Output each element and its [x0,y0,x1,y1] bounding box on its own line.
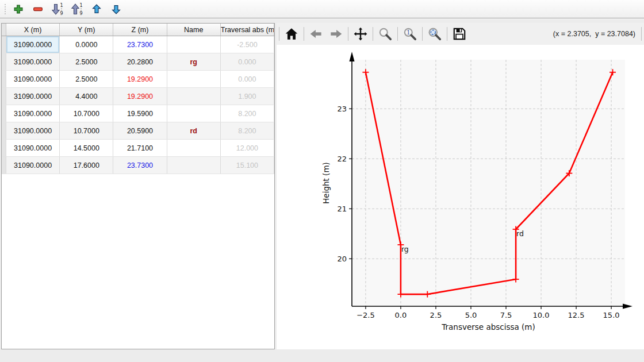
plot-panel: 1 (x = 2.370 [277,23,644,349]
cell-name[interactable] [167,36,220,53]
cell-z[interactable]: 19.2900 [113,88,167,105]
save-button[interactable] [451,25,468,43]
y-axis-arrow [350,52,355,61]
cell-name[interactable] [167,88,220,105]
cell-traversal[interactable]: -2.500 [220,36,274,53]
row-handle[interactable] [2,140,6,157]
arrow-up-icon [90,3,103,16]
corner-header [2,24,6,36]
table-row: 31090.000017.600023.730015.100 [2,157,274,174]
row-handle[interactable] [2,157,6,174]
zoom-icon [378,26,393,41]
toolbar-grip-handle[interactable] [2,2,9,16]
table-row: 31090.000010.700020.5900rd8.200 [2,122,274,140]
cross-section-chart[interactable]: −2.50.02.55.07.510.012.515.020212223Tran… [277,45,644,349]
row-handle[interactable] [2,36,6,53]
sort-arrow-down-icon: 1 9 [51,2,64,16]
cell-name[interactable]: rg [167,53,220,71]
plot-toolbar: 1 (x = 2.370 [277,23,644,45]
y-tick-label: 21 [337,205,347,213]
column-header-z[interactable]: Z (m) [113,24,167,36]
toolbar-separator [304,27,304,41]
zoom-original-button[interactable]: 1 [401,25,419,43]
column-header-traversal[interactable]: Traversal abs (m) [220,24,274,36]
table-row: 31090.000014.500021.710012.000 [2,140,274,157]
cell-name[interactable] [167,105,220,122]
add-row-button[interactable] [11,2,26,17]
next-view-button[interactable] [327,25,344,43]
figure-area: −2.50.02.55.07.510.012.515.020212223Tran… [277,45,644,349]
cell-y[interactable]: 2.5000 [60,53,113,71]
cell-y[interactable]: 0.0000 [60,36,113,53]
minus-icon [32,3,44,16]
cell-y[interactable]: 10.7000 [60,105,113,122]
column-header-y[interactable]: Y (m) [60,24,113,36]
cell-traversal[interactable]: 0.000 [220,71,274,88]
sort-ascending-button[interactable]: 1 9 [70,2,85,17]
x-tick-label: 2.5 [430,311,442,319]
cell-z[interactable]: 19.2900 [113,71,167,88]
toolbar-separator [397,27,398,41]
cell-name[interactable] [167,157,220,174]
zoom-one-icon: 1 [402,26,417,41]
points-table: X (m) Y (m) Z (m) Name Traversal abs (m)… [2,24,274,174]
cell-y[interactable]: 14.5000 [60,140,113,157]
cell-x[interactable]: 31090.0000 [6,105,60,122]
cell-z[interactable]: 23.7300 [113,36,167,53]
cell-traversal[interactable]: 1.900 [220,88,274,105]
cell-y[interactable]: 17.6000 [60,157,113,174]
cell-x[interactable]: 31090.0000 [6,157,60,174]
cell-traversal[interactable]: 12.000 [220,140,274,157]
pan-icon [353,26,368,41]
y-tick-label: 22 [337,155,347,163]
cell-x[interactable]: 31090.0000 [6,140,60,157]
delete-row-button[interactable] [30,2,45,17]
cell-name[interactable] [167,71,220,88]
cell-traversal[interactable]: 0.000 [220,53,274,71]
arrow-down-icon [110,3,122,16]
cell-traversal[interactable]: 8.200 [220,105,274,122]
cell-x[interactable]: 31090.0000 [6,122,60,140]
cell-x[interactable]: 31090.0000 [6,36,60,53]
cell-z[interactable]: 20.5900 [113,122,167,140]
row-handle[interactable] [2,71,6,88]
home-button[interactable] [283,25,300,43]
previous-view-button[interactable] [308,25,325,43]
pan-button[interactable] [352,25,369,43]
cell-z[interactable]: 20.2800 [113,53,167,71]
toolbar-separator [641,27,642,41]
cursor-coordinates-readout: (x = 2.3705, y = 23.7084) [553,30,639,38]
column-header-x[interactable]: X (m) [6,24,60,36]
cell-z[interactable]: 23.7300 [113,157,167,174]
cell-name[interactable] [167,140,220,157]
cell-x[interactable]: 31090.0000 [6,88,60,105]
row-handle[interactable] [2,88,6,105]
svg-text:9: 9 [60,11,63,16]
move-row-down-button[interactable] [109,2,124,17]
axes-background [352,60,625,306]
cell-traversal[interactable]: 15.100 [220,157,274,174]
cell-traversal[interactable]: 8.200 [220,122,274,140]
x-tick-label: 7.5 [500,311,512,319]
zoom-auto-button[interactable] [426,25,443,43]
svg-text:1: 1 [407,29,411,36]
zoom-button[interactable] [377,25,394,43]
cell-y[interactable]: 4.4000 [60,88,113,105]
toolbar-separator [422,27,423,41]
row-handle[interactable] [2,105,6,122]
cell-y[interactable]: 10.7000 [60,122,113,140]
column-header-name[interactable]: Name [167,24,220,36]
sort-descending-button[interactable]: 1 9 [50,2,65,17]
cell-z[interactable]: 21.7100 [113,140,167,157]
back-arrow-icon [309,26,324,41]
point-label: rd [516,229,524,238]
cell-x[interactable]: 31090.0000 [6,71,60,88]
row-handle[interactable] [2,53,6,71]
cell-name[interactable]: rd [167,122,220,140]
move-row-up-button[interactable] [89,2,104,17]
row-handle[interactable] [2,122,6,140]
cell-y[interactable]: 2.5000 [60,71,113,88]
cell-z[interactable]: 19.5900 [113,105,167,122]
cell-x[interactable]: 31090.0000 [6,53,60,71]
x-tick-label: 0.0 [395,311,407,319]
